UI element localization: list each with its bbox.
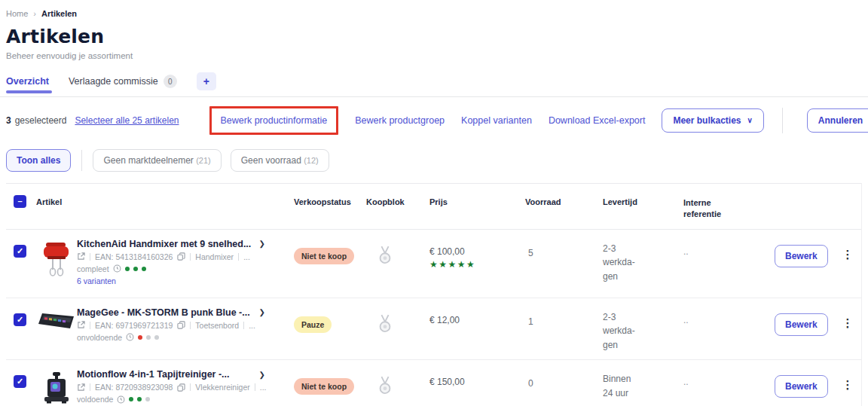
product-title[interactable]: KitchenAid Handmixer met 9 snelhed... — [77, 239, 251, 249]
breadcrumb-current: Artikelen — [41, 9, 77, 18]
column-header-interne-referentie: Interne referentie — [683, 191, 736, 220]
koopblok-medal-icon — [377, 313, 393, 334]
row-checkbox[interactable]: ✓ — [14, 245, 26, 258]
table-row: ✓ Motionflow 4-in-1 Tapijtreiniger -... — [6, 360, 861, 406]
highlight-red-box: Bewerk productinformatie — [209, 106, 339, 135]
check-icon: ✓ — [17, 316, 23, 324]
price-value: € 150,00 — [429, 377, 525, 387]
selected-label: geselecteerd — [15, 115, 67, 126]
delivery-time: 2-3 werkda- gen — [603, 307, 683, 353]
filter-geen-marktdeelnemer[interactable]: Geen marktdeelnemer (21) — [93, 149, 221, 172]
divider — [238, 253, 239, 261]
koopblok-medal-icon — [377, 375, 393, 395]
row-checkbox[interactable]: ✓ — [14, 375, 26, 388]
column-header-levertijd: Levertijd — [603, 191, 683, 206]
bulk-action-download-excel-export[interactable]: Download Excel-export — [549, 115, 646, 126]
divider — [243, 322, 244, 329]
tab-bar: Overzicht Verlaagde commissie 0 + — [6, 71, 862, 92]
product-title[interactable]: MageGee - MK-STORM B punk Blue -... — [77, 307, 250, 318]
external-link-icon[interactable] — [77, 252, 85, 261]
column-header-artikel: Artikel — [36, 191, 294, 206]
bulk-action-bar: 3 geselecteerd Selecteer alle 25 artikel… — [6, 97, 862, 144]
column-header-verkoopstatus: Verkoopstatus — [294, 191, 366, 206]
completeness-dot — [146, 335, 151, 340]
vertical-divider — [782, 108, 783, 133]
filter-count: (21) — [196, 156, 211, 165]
bulk-action-bewerk-productinformatie[interactable]: Bewerk productinformatie — [221, 115, 328, 126]
column-header-koopblok: Koopblok — [366, 191, 429, 206]
variants-link[interactable]: 6 varianten — [77, 276, 116, 285]
completeness-label: compleet — [77, 264, 109, 273]
selected-count: 3 — [6, 115, 11, 126]
product-ean: EAN: 5413184160326 — [95, 252, 173, 261]
bewerk-button[interactable]: Bewerk — [775, 245, 828, 267]
completeness-label: voldoende — [77, 395, 113, 404]
divider — [90, 322, 90, 329]
external-link-icon[interactable] — [77, 383, 85, 392]
tab-verlaagde-commissie[interactable]: Verlaagde commissie 0 — [69, 71, 177, 92]
bewerk-button[interactable]: Bewerk — [775, 375, 828, 398]
kebab-menu-icon[interactable]: ⋮ — [835, 307, 860, 330]
tab-overzicht-label: Overzicht — [6, 76, 49, 87]
column-header-voorraad: Voorraad — [525, 191, 603, 206]
stock-value: 5 — [525, 239, 603, 258]
price-value: € 100,00 — [429, 246, 525, 257]
meta-more: ... — [243, 252, 250, 261]
row-checkbox[interactable]: ✓ — [14, 313, 26, 326]
external-link-icon[interactable] — [77, 321, 85, 329]
divider — [190, 322, 191, 329]
stock-value: 0 — [525, 369, 603, 389]
filter-toon-alles[interactable]: Toon alles — [6, 149, 71, 172]
indeterminate-icon: – — [17, 197, 22, 206]
add-tab-button[interactable]: + — [197, 72, 216, 90]
product-thumbnail-handmixer — [42, 240, 71, 278]
select-all-checkbox[interactable]: – — [14, 195, 26, 208]
chevron-right-icon[interactable]: ❯ — [259, 371, 265, 379]
status-badge: Niet te koop — [294, 248, 354, 264]
check-icon: ✓ — [17, 247, 23, 255]
table-header: – Artikel Verkoopstatus Koopblok Prijs V… — [6, 183, 861, 230]
completeness-dot — [133, 267, 138, 271]
tab-overzicht[interactable]: Overzicht — [6, 71, 49, 92]
select-all-link[interactable]: Selecteer alle 25 artikelen — [75, 115, 179, 126]
copy-icon[interactable] — [177, 321, 185, 329]
filter-label: Geen voorraad — [241, 155, 301, 166]
page-subtitle: Beheer eenvoudig je assortiment — [6, 51, 862, 60]
product-thumbnail-carpet-cleaner — [42, 371, 71, 406]
divider — [90, 253, 90, 261]
delivery-time: Binnen 24 uur — [603, 369, 683, 400]
breadcrumb-home-link[interactable]: Home — [6, 9, 28, 18]
divider — [190, 383, 191, 391]
chevron-right-icon[interactable]: ❯ — [259, 308, 265, 316]
breadcrumb-separator-icon: › — [33, 9, 36, 18]
filter-bar: Toon alles Geen marktdeelnemer (21) Geen… — [6, 145, 862, 176]
internal-reference: .. — [683, 239, 775, 257]
bewerk-button[interactable]: Bewerk — [775, 313, 828, 336]
product-title[interactable]: Motionflow 4-in-1 Tapijtreiniger -... — [77, 369, 230, 380]
completeness-dot — [129, 397, 133, 401]
meta-more: ... — [260, 383, 267, 392]
bulk-action-koppel-varianten[interactable]: Koppel varianten — [461, 115, 532, 126]
column-header-prijs: Prijs — [429, 191, 525, 206]
filter-geen-voorraad[interactable]: Geen voorraad (12) — [231, 149, 329, 172]
completeness-label: onvoldoende — [77, 333, 122, 342]
kebab-menu-icon[interactable]: ⋮ — [835, 369, 860, 392]
bulk-action-bewerk-productgroep[interactable]: Bewerk productgroep — [355, 115, 445, 126]
rating-stars: ★★★★★ — [429, 259, 525, 270]
product-ean: EAN: 6971969721319 — [95, 321, 173, 330]
divider — [90, 383, 90, 391]
copy-icon[interactable] — [177, 383, 185, 392]
completeness-dot — [125, 267, 130, 271]
completeness-clock-icon — [126, 333, 134, 341]
chevron-right-icon[interactable]: ❯ — [259, 240, 265, 248]
table-row: ✓ MageGee - MK-STORM B punk Blue -... ❯ — [6, 298, 861, 361]
copy-icon[interactable] — [177, 252, 185, 261]
table-row: ✓ KitchenAid Handmixer met 9 snelhed... — [6, 230, 861, 298]
annuleren-button[interactable]: Annuleren — [807, 108, 868, 133]
meta-more: ... — [249, 321, 255, 330]
completeness-dot — [145, 397, 150, 401]
kebab-menu-icon[interactable]: ⋮ — [835, 239, 860, 261]
divider — [190, 253, 191, 261]
internal-reference: .. — [683, 369, 775, 387]
meer-bulkacties-button[interactable]: Meer bulkacties ∨ — [662, 108, 763, 133]
